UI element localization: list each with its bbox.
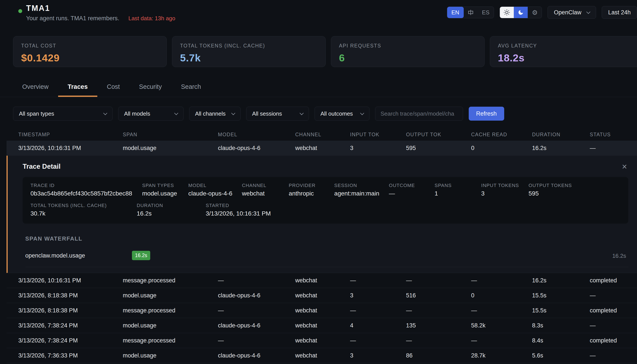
detail-fields-row-1: TRACE ID0b3ac54b865efcf430c5857bf2cbec88… xyxy=(30,183,620,197)
agent-select[interactable]: OpenClaw xyxy=(548,6,596,19)
refresh-button[interactable]: Refresh xyxy=(469,107,504,120)
last-data-warning: Last data: 13h ago xyxy=(128,15,175,22)
cell-status: — xyxy=(590,292,637,299)
zh-character-icon xyxy=(468,9,474,16)
time-range-button[interactable]: Last 24h xyxy=(602,6,637,19)
tab-cost[interactable]: Cost xyxy=(97,79,130,97)
col-timestamp: TIMESTAMP xyxy=(18,132,123,138)
cell-output-tok: 135 xyxy=(406,322,471,329)
cell-input-tok: — xyxy=(350,307,406,314)
cell-input-tok: 4 xyxy=(350,322,406,329)
lang-zh-button[interactable] xyxy=(464,7,478,18)
detail-field-value: 16.2s xyxy=(137,210,196,217)
cell-input-tok: — xyxy=(350,337,406,344)
search-input[interactable] xyxy=(375,107,463,120)
cell-timestamp: 3/13/2026, 7:38:24 PM xyxy=(18,322,123,329)
stat-label: TOTAL COST xyxy=(21,43,159,49)
models-value: All models xyxy=(124,110,150,117)
cell-timestamp: 3/13/2026, 7:36:33 PM xyxy=(18,352,123,359)
detail-field-value: claude-opus-4-6 xyxy=(188,190,232,197)
table-row[interactable]: 3/13/2026, 8:18:38 PMmodel.usageclaude-o… xyxy=(6,288,637,303)
table-row-selected[interactable]: 3/13/2026, 10:16:31 PM model.usage claud… xyxy=(6,141,637,156)
cell-status: completed xyxy=(590,277,637,284)
col-model: MODEL xyxy=(218,132,295,138)
language-switcher: EN ES xyxy=(447,6,494,18)
cell-output-tok: — xyxy=(406,337,471,344)
cell-status: — xyxy=(590,322,637,329)
table-row[interactable]: 3/13/2026, 8:18:38 PMmessage.processed—w… xyxy=(6,303,637,318)
tab-overview[interactable]: Overview xyxy=(13,79,58,97)
cell-input-tok: 3 xyxy=(350,145,406,152)
table-row[interactable]: 3/13/2026, 7:38:24 PMmodel.usageclaude-o… xyxy=(6,318,637,333)
cell-output-tok: 86 xyxy=(406,352,471,359)
cell-duration: 8.4s xyxy=(532,337,590,344)
detail-field-label: OUTPUT TOKENS xyxy=(528,183,572,188)
brand: TMA1 Your agent runs. TMA1 remembers. La… xyxy=(18,4,175,22)
detail-fields-row-2: TOTAL TOKENS (INCL. CACHE)30.7kDURATION1… xyxy=(30,203,620,217)
cell-output-tok: 595 xyxy=(406,145,471,152)
agent-select-value: OpenClaw xyxy=(554,9,581,16)
detail-field-label: CHANNEL xyxy=(242,183,279,188)
stat-label: API REQUESTS xyxy=(339,43,476,49)
cell-channel: webchat xyxy=(295,292,350,299)
detail-field-value: anthropic xyxy=(289,190,324,197)
cell-model: — xyxy=(218,307,295,314)
theme-settings-button[interactable]: ⚙ xyxy=(528,7,542,18)
filter-bar: All span types All models All channels A… xyxy=(13,107,637,120)
tab-security[interactable]: Security xyxy=(129,79,171,97)
table-row[interactable]: 3/13/2026, 10:16:31 PMmessage.processed—… xyxy=(6,273,637,288)
chevron-down-icon xyxy=(174,111,178,115)
cell-status: completed xyxy=(590,307,637,314)
sessions-select[interactable]: All sessions xyxy=(246,107,309,120)
cell-model: — xyxy=(218,337,295,344)
cell-output-tok: — xyxy=(406,307,471,314)
detail-field-value: 595 xyxy=(528,190,572,197)
cell-duration: 15.5s xyxy=(532,292,590,299)
cell-input-tok: 3 xyxy=(350,292,406,299)
light-theme-button[interactable] xyxy=(500,7,514,18)
cell-cache-read: 0 xyxy=(471,145,532,152)
span-types-select[interactable]: All span types xyxy=(13,107,112,120)
detail-field: STARTED3/13/2026, 10:16:31 PM xyxy=(206,203,280,217)
cell-input-tok: 3 xyxy=(350,352,406,359)
detail-field-label: DURATION xyxy=(137,203,196,208)
cell-timestamp: 3/13/2026, 7:38:24 PM xyxy=(18,337,123,344)
cell-model: claude-opus-4-6 xyxy=(218,292,295,299)
table-row[interactable]: 3/13/2026, 7:36:33 PMmessage.processed—w… xyxy=(6,363,637,364)
table-row[interactable]: 3/13/2026, 7:36:33 PMmodel.usageclaude-o… xyxy=(6,348,637,363)
detail-field-value: 1 xyxy=(434,190,472,197)
lang-en-button[interactable]: EN xyxy=(447,7,464,18)
moon-icon xyxy=(518,9,524,16)
cell-timestamp: 3/13/2026, 10:16:31 PM xyxy=(18,145,123,152)
tab-traces[interactable]: Traces xyxy=(58,79,97,97)
lang-es-button[interactable]: ES xyxy=(478,7,494,18)
channels-value: All channels xyxy=(195,110,226,117)
detail-field: SPANS1 xyxy=(434,183,481,197)
tab-search[interactable]: Search xyxy=(171,79,210,97)
app-title: TMA1 xyxy=(26,4,175,13)
waterfall-duration-badge: 16.2s xyxy=(132,251,150,260)
waterfall-span-label: openclaw.model.usage xyxy=(25,252,119,259)
cell-span: model.usage xyxy=(123,292,218,299)
close-icon[interactable]: × xyxy=(621,162,628,171)
models-select[interactable]: All models xyxy=(118,107,184,120)
table-row[interactable]: 3/13/2026, 7:38:24 PMmessage.processed—w… xyxy=(6,333,637,348)
detail-field: INPUT TOKENS3 xyxy=(481,183,528,197)
trace-detail-title: Trace Detail xyxy=(23,162,60,170)
cell-channel: webchat xyxy=(295,352,350,359)
channels-select[interactable]: All channels xyxy=(189,107,240,120)
chevron-down-icon xyxy=(586,10,590,14)
gear-icon: ⚙ xyxy=(532,9,538,16)
detail-field-label: MODEL xyxy=(188,183,232,188)
stat-card-total-tokens: TOTAL TOKENS (INCL. CACHE) 5.7k xyxy=(172,36,326,67)
detail-field-value: 0b3ac54b865efcf430c5857bf2cbec88 xyxy=(30,190,132,197)
cell-duration: 16.2s xyxy=(532,145,590,152)
cell-span: message.processed xyxy=(123,307,218,314)
detail-field-label: SPANS xyxy=(434,183,472,188)
traces-table: TIMESTAMP SPAN MODEL CHANNEL INPUT TOK O… xyxy=(6,128,637,364)
outcomes-select[interactable]: All outcomes xyxy=(314,107,370,120)
detail-field-value: model.usage xyxy=(142,190,179,197)
cell-cache-read: 58.2k xyxy=(471,322,532,329)
cell-cache-read: — xyxy=(471,307,532,314)
dark-theme-button[interactable] xyxy=(514,7,528,18)
